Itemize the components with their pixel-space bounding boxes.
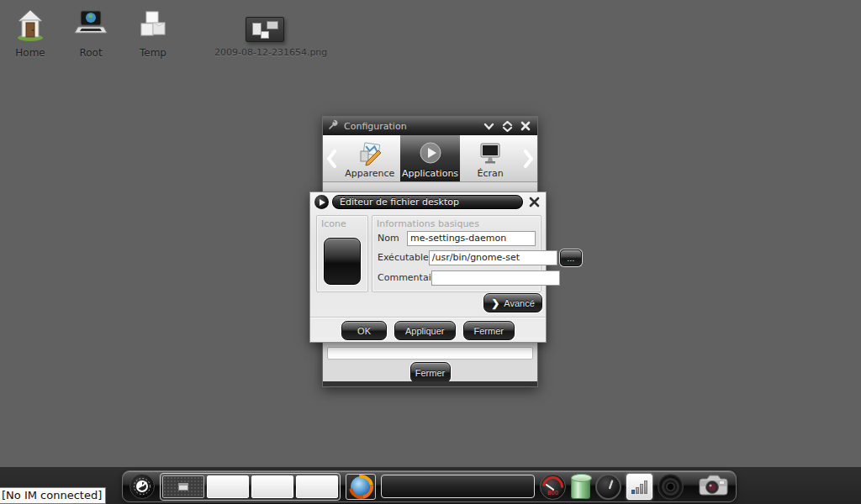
desktop-icon-home[interactable]: Home: [0, 7, 62, 59]
task-list-area[interactable]: [381, 475, 535, 498]
comment-label: Commentaire: [378, 272, 431, 283]
pager-desktop-4[interactable]: [296, 475, 338, 498]
tab-label: Écran: [478, 168, 504, 179]
chevron-right-icon: ❯: [491, 297, 499, 309]
window-bottom-edge: [323, 381, 537, 386]
dialog-separator: [310, 317, 546, 318]
desktop-icon-screenshot[interactable]: 2009-08-12-231654.png: [214, 13, 315, 58]
gauge-value: 800: [542, 489, 563, 496]
tab-label: Apparence: [345, 168, 394, 179]
firefox-launcher[interactable]: [346, 474, 376, 500]
run-icon: [314, 195, 329, 209]
advanced-button[interactable]: ❯ Avancé: [483, 293, 542, 312]
pager-desktop-2[interactable]: [207, 475, 249, 498]
camera-screenshot-icon[interactable]: [695, 471, 729, 501]
tabs-scroll-right-icon[interactable]: [520, 135, 536, 181]
executable-label: Exécutable: [378, 252, 429, 263]
analog-clock-icon[interactable]: [595, 474, 621, 500]
advanced-button-label: Avancé: [504, 298, 535, 308]
icon-group-label: Icone: [321, 218, 346, 229]
browse-button[interactable]: ...: [560, 249, 582, 266]
wrench-icon: [328, 119, 339, 133]
desktop-file-editor-dialog: Éditeur de fichier desktop Icone Informa…: [309, 192, 547, 343]
dialog-titlebar[interactable]: Éditeur de fichier desktop: [310, 192, 546, 212]
basic-info-group-label: Informations basiques: [377, 218, 479, 229]
cpu-frequency-gauge[interactable]: 800: [540, 474, 566, 500]
boxes-icon: [121, 7, 185, 42]
desktop-icon-label: 2009-08-12-231654.png: [214, 47, 315, 58]
screenshot-thumbnail: [214, 13, 315, 42]
firefox-icon: [351, 476, 372, 497]
tab-apparence[interactable]: Apparence: [340, 135, 400, 181]
screen-icon: [477, 140, 504, 167]
signal-bar-icon: [636, 487, 639, 494]
configuration-titlebar[interactable]: Configuration: [323, 117, 537, 135]
icon-picker-button[interactable]: [324, 238, 361, 285]
desktop-icon-temp[interactable]: Temp: [121, 7, 185, 59]
maximize-icon[interactable]: [500, 120, 514, 132]
shade-icon[interactable]: [482, 120, 495, 132]
signal-bar-icon: [644, 480, 647, 494]
desktop-icon-root[interactable]: Root: [59, 7, 123, 59]
tab-label: Applications: [402, 168, 458, 179]
desktop-pager: [160, 473, 341, 501]
dialog-title: Éditeur de fichier desktop: [332, 195, 523, 209]
configuration-tabstrip: Apparence Applications Écra: [323, 135, 537, 182]
pager-desktop-3[interactable]: [251, 475, 293, 498]
im-status-label: [No IM connected]: [0, 487, 106, 504]
executable-input[interactable]: [429, 250, 557, 265]
battery-icon[interactable]: [571, 476, 590, 499]
name-input[interactable]: [407, 231, 536, 246]
close-icon[interactable]: [519, 120, 532, 132]
launcher-icon[interactable]: [129, 474, 155, 499]
home-icon: [0, 7, 62, 42]
dialog-close-icon[interactable]: [526, 196, 541, 209]
desktop-icon-label: Root: [59, 47, 123, 59]
pager-desktop-1[interactable]: [162, 475, 204, 498]
desktop-icon-label: Temp: [121, 47, 185, 59]
dialog-close-button[interactable]: Fermer: [463, 321, 515, 340]
tab-ecran[interactable]: Écran: [460, 135, 520, 181]
ok-button[interactable]: OK: [341, 321, 387, 340]
network-signal-applet[interactable]: [626, 474, 652, 500]
comment-input[interactable]: [431, 270, 560, 286]
name-label: Nom: [378, 233, 407, 244]
volume-speaker-icon[interactable]: [658, 474, 684, 500]
tab-applications[interactable]: Applications: [400, 135, 461, 181]
window-title: Configuration: [344, 121, 477, 132]
appearance-icon: [357, 140, 383, 167]
desktop-icon-label: Home: [0, 47, 62, 59]
configuration-list-field[interactable]: [327, 347, 533, 360]
applications-icon: [417, 140, 444, 167]
tabs-scroll-left-icon[interactable]: [325, 135, 340, 181]
icon-group: Icone: [316, 215, 368, 292]
pager-window-icon: [178, 483, 188, 491]
basic-info-group: Informations basiques Nom Exécutable ...…: [372, 215, 541, 292]
signal-bar-icon: [631, 490, 635, 494]
signal-bar-icon: [640, 484, 643, 494]
apply-button[interactable]: Appliquer: [394, 321, 455, 340]
taskbar: 800: [122, 470, 737, 502]
configuration-close-button[interactable]: Fermer: [410, 362, 451, 383]
computer-icon: [59, 7, 123, 42]
